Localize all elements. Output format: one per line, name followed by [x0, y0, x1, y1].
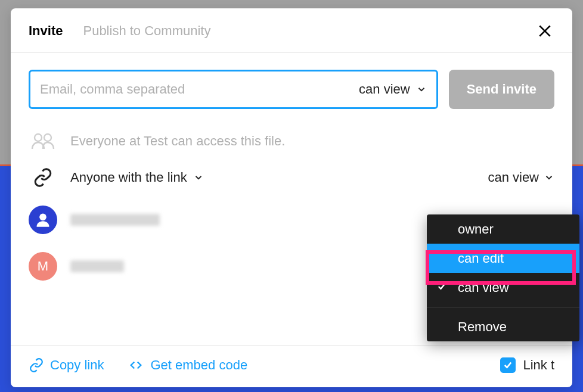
link-permission-select[interactable]: can view	[488, 170, 554, 185]
svg-point-0	[35, 134, 42, 141]
avatar	[29, 206, 57, 234]
link-access-row: Anyone with the link can view	[29, 167, 554, 188]
svg-point-1	[44, 134, 51, 141]
close-icon	[537, 23, 553, 39]
chevron-down-icon	[193, 172, 204, 183]
email-field[interactable]	[40, 82, 359, 97]
link-checkbox[interactable]	[500, 357, 516, 373]
check-icon	[503, 360, 513, 371]
dropdown-item-owner[interactable]: owner	[427, 214, 579, 244]
check-icon	[436, 281, 447, 292]
org-access-text: Everyone at Test can access this file.	[70, 133, 285, 149]
close-button[interactable]	[535, 21, 554, 41]
permission-dropdown: owner can edit can view Remove	[427, 214, 579, 341]
dropdown-item-remove[interactable]: Remove	[427, 312, 579, 341]
code-icon	[128, 359, 144, 372]
dropdown-item-can-view[interactable]: can view	[427, 273, 579, 302]
link-icon	[33, 167, 53, 188]
chevron-down-icon	[416, 84, 427, 95]
tab-publish[interactable]: Publish to Community	[83, 23, 210, 39]
link-access-select[interactable]: Anyone with the link	[70, 170, 204, 185]
invite-permission-label: can view	[359, 82, 410, 97]
copy-link-button[interactable]: Copy link	[29, 357, 104, 373]
modal-footer: Copy link Get embed code Link t	[11, 345, 572, 387]
embed-code-button[interactable]: Get embed code	[128, 357, 247, 373]
link-access-label: Anyone with the link	[70, 170, 187, 185]
copy-link-label: Copy link	[50, 357, 104, 373]
people-icon	[31, 133, 55, 150]
link-permission-label: can view	[488, 170, 539, 185]
link-checkbox-label: Link t	[523, 357, 554, 373]
person-icon	[35, 211, 51, 228]
chevron-down-icon	[544, 172, 554, 183]
tab-invite[interactable]: Invite	[29, 23, 63, 39]
link-icon	[29, 357, 44, 373]
invite-permission-select[interactable]: can view	[359, 82, 427, 97]
dropdown-item-can-edit[interactable]: can edit	[427, 244, 579, 273]
send-invite-button[interactable]: Send invite	[449, 70, 554, 109]
avatar: M	[29, 252, 57, 281]
svg-point-2	[39, 214, 46, 221]
embed-code-label: Get embed code	[150, 357, 247, 373]
org-access-row: Everyone at Test can access this file.	[29, 133, 554, 150]
modal-header: Invite Publish to Community	[11, 8, 572, 53]
user-name-redacted	[70, 214, 160, 226]
user-name-redacted	[70, 260, 124, 272]
email-input-container[interactable]: can view	[29, 70, 438, 109]
